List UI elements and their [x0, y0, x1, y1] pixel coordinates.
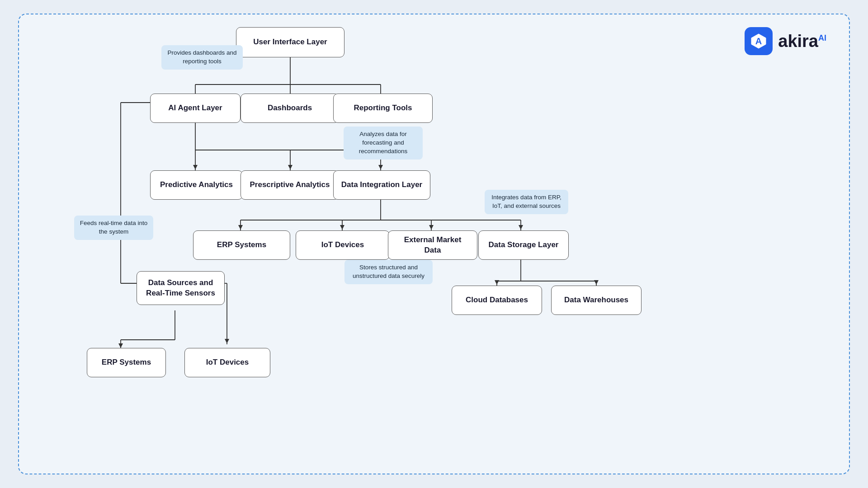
logo-icon: A [745, 27, 773, 55]
erp-systems-bottom-node: ERP Systems [87, 348, 166, 377]
svg-marker-37 [495, 280, 499, 285]
svg-marker-34 [340, 225, 344, 230]
tooltip-stores-structured: Stores structured and unstructured data … [344, 260, 433, 284]
svg-marker-39 [118, 343, 123, 348]
svg-text:A: A [755, 36, 762, 46]
logo-area: A akiraAI [745, 27, 826, 55]
svg-marker-35 [429, 225, 434, 230]
svg-marker-30 [193, 165, 198, 169]
data-integration-layer-node: Data Integration Layer [333, 170, 430, 200]
main-container: A akiraAI [18, 14, 850, 474]
svg-marker-40 [225, 339, 229, 343]
dashboards-node: Dashboards [241, 94, 339, 123]
user-interface-layer-node: User Interface Layer [236, 27, 344, 57]
erp-systems-top-node: ERP Systems [193, 230, 290, 260]
prescriptive-analytics-node: Prescriptive Analytics [241, 170, 339, 200]
data-storage-layer-node: Data Storage Layer [478, 230, 569, 260]
cloud-databases-node: Cloud Databases [452, 286, 542, 315]
logo-text: akiraAI [778, 32, 826, 51]
iot-devices-bottom-node: IoT Devices [184, 348, 270, 377]
tooltip-integrates-data: Integrates data from ERP, IoT, and exter… [485, 190, 568, 214]
data-sources-node: Data Sources and Real-Time Sensors [137, 271, 225, 305]
predictive-analytics-node: Predictive Analytics [150, 170, 243, 200]
tooltip-provides-dashboards: Provides dashboards and reporting tools [161, 45, 243, 70]
svg-marker-31 [288, 165, 292, 169]
tooltip-feeds-realtime: Feeds real-time data into the system [74, 216, 153, 240]
svg-marker-32 [378, 165, 383, 169]
ai-agent-layer-node: AI Agent Layer [150, 94, 241, 123]
reporting-tools-node: Reporting Tools [333, 94, 433, 123]
tooltip-analyzes-data: Analyzes data for forecasting and recomm… [344, 127, 423, 160]
data-warehouses-node: Data Warehouses [551, 286, 642, 315]
iot-devices-top-node: IoT Devices [296, 230, 390, 260]
external-market-data-node: External Market Data [388, 230, 477, 260]
svg-marker-38 [594, 280, 599, 285]
svg-marker-36 [519, 225, 523, 230]
svg-marker-33 [238, 225, 243, 230]
